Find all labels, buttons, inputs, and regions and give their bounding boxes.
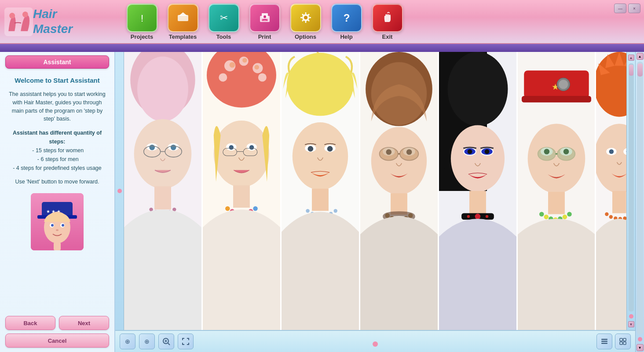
- face-panel-5: [439, 52, 518, 330]
- scroll-decoration: [117, 189, 122, 193]
- templates-label: Templates: [169, 33, 197, 40]
- svg-point-95: [371, 127, 426, 195]
- svg-point-105: [385, 213, 390, 218]
- svg-text:?: ?: [343, 12, 350, 24]
- scroll-down-button[interactable]: ▼: [628, 321, 634, 327]
- help-button[interactable]: ? Help: [328, 4, 365, 40]
- help-icon: ?: [331, 4, 362, 32]
- welcome-title: Welcome to Start Assistant: [6, 77, 108, 84]
- left-sidebar: Assistant Welcome to Start Assistant The…: [0, 52, 115, 352]
- list-view-button[interactable]: [596, 334, 612, 349]
- svg-point-82: [307, 146, 313, 152]
- menu-bar: [0, 44, 644, 52]
- svg-point-79: [293, 122, 348, 190]
- scroll-up-win[interactable]: ▲: [637, 53, 644, 60]
- svg-point-78: [287, 53, 354, 116]
- svg-line-20: [302, 20, 304, 21]
- svg-point-59: [242, 58, 247, 63]
- svg-point-58: [229, 62, 235, 68]
- assistant-tab[interactable]: Assistant: [5, 55, 109, 69]
- svg-point-39: [149, 145, 155, 150]
- nav-buttons: Back Next: [5, 316, 109, 330]
- scroll-thumb-right[interactable]: [629, 65, 633, 76]
- back-button[interactable]: Back: [5, 316, 55, 330]
- svg-point-148: [567, 212, 572, 216]
- bottom-controls: Back Next Cancel: [0, 312, 114, 352]
- svg-point-61: [214, 121, 269, 187]
- logo-area: Hair Master: [4, 7, 119, 36]
- top-bar: Hair Master ! Projects Templates: [0, 0, 644, 44]
- app-title: Hair Master: [33, 7, 73, 36]
- zoom-button[interactable]: [158, 334, 174, 349]
- minimize-button[interactable]: —: [614, 4, 626, 13]
- scroll-up-button[interactable]: ▲: [628, 55, 634, 61]
- svg-point-10: [263, 15, 266, 18]
- svg-point-40: [171, 145, 176, 150]
- svg-point-147: [562, 215, 567, 220]
- window-scrollbar: ▲ ▼: [635, 52, 644, 352]
- app-logo: [4, 7, 33, 36]
- main-toolbar: ! Projects Templates ✂ Tools: [119, 4, 640, 40]
- svg-line-172: [168, 343, 170, 345]
- options-button[interactable]: Options: [287, 4, 324, 40]
- svg-point-1: [9, 13, 15, 18]
- projects-button[interactable]: ! Projects: [123, 4, 161, 40]
- face-panel-6: ★: [518, 52, 596, 330]
- options-label: Options: [295, 33, 316, 40]
- options-icon: [290, 4, 321, 32]
- scroll-track-right: [629, 63, 634, 312]
- svg-point-30: [62, 224, 64, 227]
- svg-point-138: [538, 147, 555, 160]
- exit-icon: [372, 4, 403, 32]
- print-icon: [249, 4, 280, 32]
- svg-rect-32: [54, 242, 61, 250]
- templates-button[interactable]: Templates: [164, 4, 201, 40]
- pan-left-button[interactable]: ⊕: [120, 334, 135, 349]
- svg-point-163: [609, 215, 613, 219]
- svg-rect-161: [612, 191, 626, 213]
- svg-point-91: [333, 209, 337, 213]
- svg-point-143: [544, 215, 549, 220]
- print-button[interactable]: Print: [246, 4, 283, 40]
- svg-point-159: [609, 149, 614, 154]
- svg-point-126: [485, 215, 488, 218]
- steps-info: Assistant has different quantity of step…: [6, 128, 108, 172]
- scroll-track-win: [637, 62, 643, 334]
- svg-text:⊕: ⊕: [144, 338, 150, 345]
- tools-icon: ✂: [209, 4, 239, 32]
- cancel-button[interactable]: Cancel: [5, 334, 109, 348]
- svg-point-114: [447, 52, 508, 126]
- preview-image: ★ ★ ★: [31, 193, 84, 250]
- svg-point-142: [539, 212, 544, 216]
- svg-rect-129: [521, 96, 591, 103]
- grid-view-button[interactable]: [615, 334, 631, 349]
- tools-button[interactable]: ✂ Tools: [205, 4, 242, 40]
- svg-rect-175: [601, 339, 607, 340]
- svg-rect-180: [620, 342, 622, 345]
- scroll-dot-win: [638, 337, 642, 341]
- svg-rect-44: [154, 186, 171, 209]
- svg-point-56: [219, 73, 227, 81]
- svg-line-17: [302, 14, 304, 15]
- fit-button[interactable]: [178, 334, 194, 349]
- close-button[interactable]: ×: [628, 4, 640, 13]
- pan-right-button[interactable]: ⊕: [139, 334, 155, 349]
- next-button[interactable]: Next: [59, 316, 109, 330]
- svg-point-64: [229, 145, 234, 150]
- svg-point-139: [557, 147, 575, 160]
- svg-point-124: [475, 214, 480, 220]
- svg-text:!: !: [140, 13, 143, 24]
- svg-line-18: [308, 20, 309, 21]
- svg-rect-179: [623, 338, 626, 341]
- scroll-thumb-win[interactable]: [637, 63, 643, 77]
- svg-point-31: [56, 229, 59, 231]
- scroll-down-win[interactable]: ▼: [637, 344, 644, 351]
- svg-point-2: [22, 11, 28, 17]
- svg-rect-181: [623, 342, 626, 345]
- exit-button[interactable]: Exit: [369, 4, 406, 40]
- svg-rect-177: [601, 343, 607, 344]
- left-scroll: [115, 52, 124, 330]
- face-panel-2: [203, 52, 282, 330]
- window-controls: — ×: [614, 4, 640, 13]
- svg-point-125: [467, 215, 469, 218]
